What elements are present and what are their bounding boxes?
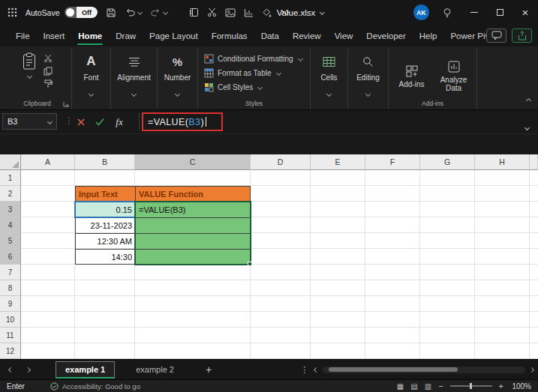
column-header-h[interactable]: H xyxy=(475,154,530,170)
add-sheet-button[interactable]: + xyxy=(206,364,212,375)
row-header-3[interactable]: 3 xyxy=(0,202,21,217)
undo-button[interactable] xyxy=(125,7,142,17)
zoom-slider[interactable] xyxy=(450,385,492,387)
autosave-toggle[interactable]: AutoSave Off xyxy=(26,7,98,18)
sheet-tab-example-1[interactable]: example 1 xyxy=(56,361,115,379)
cell-B3[interactable]: 0.15 xyxy=(75,202,135,217)
tab-insert[interactable]: Insert xyxy=(37,25,72,46)
cell-C4[interactable] xyxy=(135,217,251,233)
save-icon[interactable] xyxy=(106,7,116,18)
prev-sheet-button[interactable] xyxy=(9,368,13,372)
avatar[interactable]: AK xyxy=(413,4,429,20)
close-button[interactable]: × xyxy=(512,0,538,25)
cell-C6[interactable] xyxy=(135,249,251,265)
minimize-button[interactable] xyxy=(461,0,487,25)
tab-home[interactable]: Home xyxy=(71,25,109,46)
tab-formulas[interactable]: Formulas xyxy=(205,25,254,46)
workbook-icon[interactable] xyxy=(189,7,199,17)
image-icon[interactable] xyxy=(225,8,236,17)
column-header-g[interactable]: G xyxy=(420,154,475,170)
format-painter-button[interactable] xyxy=(44,79,53,88)
cell-B6[interactable]: 14:30 xyxy=(75,249,135,265)
scrollbar-thumb[interactable] xyxy=(329,367,458,372)
accessibility-status[interactable]: Accessibility: Good to go xyxy=(50,382,140,391)
insert-function-button[interactable]: fx xyxy=(113,115,126,128)
column-header-f[interactable]: F xyxy=(365,154,420,170)
zoom-out-button[interactable]: − xyxy=(438,382,443,391)
scrollbar-track[interactable] xyxy=(323,367,525,373)
app-grid-icon[interactable] xyxy=(8,7,17,17)
horizontal-scrollbar[interactable] xyxy=(314,367,533,373)
cut-icon[interactable] xyxy=(207,7,217,17)
column-header-b[interactable]: B xyxy=(75,154,135,170)
scroll-left-button[interactable] xyxy=(314,368,318,372)
row-header-1[interactable]: 1 xyxy=(0,170,21,186)
zoom-level[interactable]: 100% xyxy=(510,382,531,391)
page-break-view-icon[interactable]: ▥ xyxy=(425,382,431,391)
cancel-button[interactable] xyxy=(74,115,88,128)
scroll-right-button[interactable] xyxy=(530,368,533,372)
row-header-5[interactable]: 5 xyxy=(0,233,21,249)
cell-B2[interactable]: Input Text xyxy=(75,186,135,202)
comments-button[interactable] xyxy=(486,28,506,43)
conditional-formatting-button[interactable]: Conditional Formatting xyxy=(204,52,304,66)
alignment-group-button[interactable]: Alignment xyxy=(111,48,158,109)
formula-input[interactable]: =VALUE(B3) xyxy=(148,117,206,127)
format-as-table-button[interactable]: Format as Table xyxy=(204,66,304,80)
number-group-button[interactable]: % Number xyxy=(158,48,198,109)
copy-button[interactable] xyxy=(44,67,53,76)
tab-draw[interactable]: Draw xyxy=(109,25,143,46)
analyze-data-button[interactable]: Analyze Data xyxy=(437,61,471,92)
column-header-partial[interactable] xyxy=(530,154,538,170)
row-header-10[interactable]: 10 xyxy=(0,312,21,328)
sheet-grid[interactable]: A B C D E F G H 1 2 3 4 5 6 7 8 9 10 11 … xyxy=(0,154,538,359)
tab-page-layout[interactable]: Page Layout xyxy=(143,25,205,46)
tab-developer[interactable]: Developer xyxy=(359,25,412,46)
cell-B4[interactable]: 23-11-2023 xyxy=(75,217,135,233)
cut-button[interactable] xyxy=(44,54,53,63)
tab-view[interactable]: View xyxy=(328,25,360,46)
font-group-button[interactable]: A Font xyxy=(72,48,111,109)
row-header-4[interactable]: 4 xyxy=(0,217,21,233)
tab-review[interactable]: Review xyxy=(286,25,328,46)
cell-C3[interactable]: =VALUE(B3) xyxy=(135,202,251,217)
row-header-12[interactable]: 12 xyxy=(0,343,21,359)
lightbulb-icon[interactable] xyxy=(442,7,452,18)
paste-button[interactable] xyxy=(22,52,37,78)
addins-button[interactable]: Add-ins xyxy=(395,65,429,88)
autosave-switch[interactable]: Off xyxy=(65,7,98,18)
row-header-8[interactable]: 8 xyxy=(0,280,21,296)
column-header-c[interactable]: C xyxy=(135,154,251,170)
paint-icon[interactable] xyxy=(262,7,272,17)
column-header-e[interactable]: E xyxy=(311,154,365,170)
clipboard-dialog-launcher-icon[interactable] xyxy=(63,101,69,107)
row-header-6[interactable]: 6 xyxy=(0,249,21,265)
chart-icon[interactable] xyxy=(244,8,254,17)
tab-file[interactable]: File xyxy=(9,25,37,46)
next-sheet-button[interactable] xyxy=(26,368,30,372)
tab-data[interactable]: Data xyxy=(254,25,286,46)
column-header-d[interactable]: D xyxy=(251,154,311,170)
cells-group-button[interactable]: Cells xyxy=(311,48,348,109)
zoom-slider-thumb[interactable] xyxy=(470,383,472,389)
cell-styles-button[interactable]: Cell Styles xyxy=(204,80,304,94)
editing-group-button[interactable]: Editing xyxy=(348,48,389,109)
confirm-button[interactable] xyxy=(93,115,107,128)
row-header-11[interactable]: 11 xyxy=(0,328,21,343)
page-layout-view-icon[interactable]: ▤ xyxy=(410,382,417,391)
share-button[interactable] xyxy=(512,28,532,43)
cell-C5[interactable] xyxy=(135,233,251,249)
cell-C2[interactable]: VALUE Function xyxy=(135,186,251,202)
column-header-a[interactable]: A xyxy=(21,154,75,170)
tab-help[interactable]: Help xyxy=(413,25,444,46)
sheet-tab-example-2[interactable]: example 2 xyxy=(127,365,183,374)
cell-B5[interactable]: 12:30 AM xyxy=(75,233,135,249)
row-header-9[interactable]: 9 xyxy=(0,296,21,312)
formula-bar-handle[interactable]: ⋮ xyxy=(65,115,72,126)
row-header-2[interactable]: 2 xyxy=(0,186,21,202)
select-all-corner[interactable] xyxy=(0,154,21,170)
row-header-7[interactable]: 7 xyxy=(0,265,21,280)
maximize-button[interactable] xyxy=(487,0,512,25)
expand-formula-bar-icon[interactable] xyxy=(525,119,529,133)
collapse-ribbon-icon[interactable] xyxy=(527,92,530,106)
